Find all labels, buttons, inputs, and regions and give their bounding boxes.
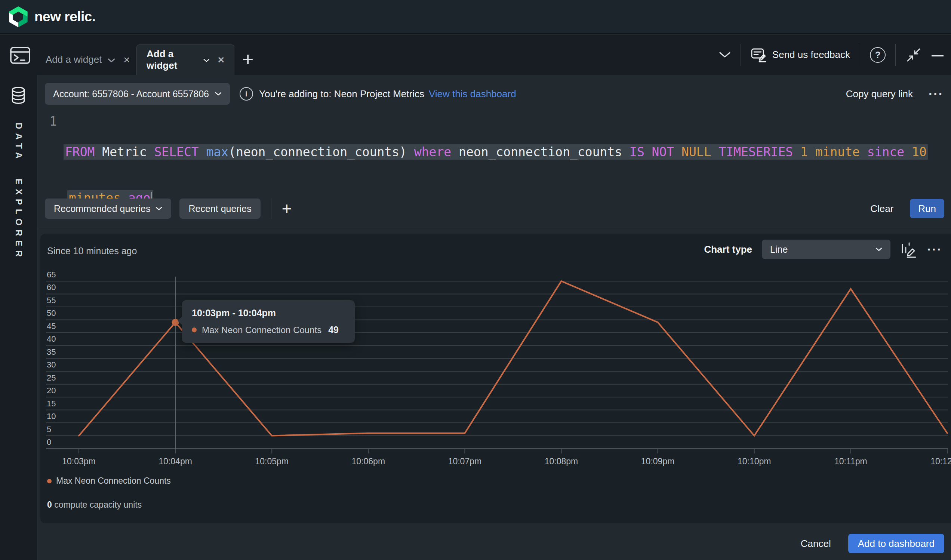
info-icon: i (240, 87, 253, 100)
recent-queries-button[interactable]: Recent queries (179, 198, 260, 219)
database-icon[interactable] (11, 87, 26, 104)
more-options-icon[interactable]: ··· (929, 87, 943, 101)
feedback-label: Send us feedback (772, 49, 850, 60)
legend-label: Max Neon Connection Counts (56, 476, 171, 486)
chart-tooltip: 10:03pm - 10:04pm Max Neon Connection Co… (182, 300, 355, 343)
tab-add-a-widget-1[interactable]: Add a widget × (36, 45, 140, 75)
tooltip-time-range: 10:03pm - 10:04pm (192, 308, 345, 318)
y-tick-label: 45 (47, 322, 56, 331)
query-console-icon[interactable] (9, 46, 31, 65)
x-tick-label: 10:09pm (641, 457, 675, 466)
adding-to-text: You're adding to: Neon Project Metrics (259, 88, 424, 100)
main-content: Account: 6557806 - Account 6557806 i You… (37, 75, 951, 560)
help-icon[interactable]: ? (870, 47, 886, 63)
line-number: 1 (44, 114, 57, 129)
query-token: where (414, 145, 451, 159)
run-button[interactable]: Run (910, 199, 944, 218)
divider (740, 44, 741, 66)
query-token: (neon_connection_counts) (228, 145, 414, 159)
account-selector[interactable]: Account: 6557806 - Account 6557806 (45, 83, 230, 105)
y-tick-label: 20 (47, 386, 56, 395)
query-token: 10 (912, 145, 927, 159)
query-token: 1 minute (800, 145, 860, 159)
query-token (199, 145, 206, 159)
tab-label: Add a widget (146, 48, 197, 71)
query-token: neon_connection_counts (451, 145, 629, 159)
tab-bar: Add a widget × Add a widget × + Send us … (0, 35, 951, 75)
x-tick-label: 10:10pm (737, 457, 771, 466)
recommended-queries-button[interactable]: Recommended queries (45, 198, 171, 219)
close-tab-icon[interactable]: × (123, 54, 130, 65)
y-tick-label: 25 (47, 373, 56, 382)
divider (37, 229, 951, 229)
chevron-down-icon (155, 207, 162, 211)
query-token: IS NOT (629, 145, 674, 159)
query-token: TIMESERIES (719, 145, 793, 159)
close-tab-icon[interactable]: × (218, 54, 224, 65)
tab-add-a-widget-2-active[interactable]: Add a widget × (137, 45, 234, 75)
chart-panel: Since 10 minutes ago Chart type Line ···… (40, 234, 951, 523)
add-query-button[interactable]: + (282, 202, 292, 216)
y-tick-label: 65 (47, 270, 56, 279)
tab-label: Add a widget (46, 54, 102, 65)
x-tick-label: 10:06pm (352, 457, 385, 466)
new-relic-logo-icon (8, 6, 28, 28)
query-token (674, 145, 682, 159)
cancel-button[interactable]: Cancel (801, 538, 831, 549)
query-token: FROM (65, 145, 95, 159)
y-tick-label: 50 (47, 308, 56, 318)
collapse-icon[interactable] (905, 47, 922, 63)
query-token (793, 145, 800, 159)
send-feedback-button[interactable]: Send us feedback (751, 48, 850, 62)
chevron-down-icon[interactable] (108, 58, 115, 63)
compute-capacity-note: 0 compute capacity units (47, 500, 142, 510)
x-tick-label: 10:04pm (158, 457, 192, 466)
legend-dot (47, 479, 52, 483)
y-tick-label: 60 (47, 283, 56, 292)
divider (860, 44, 860, 66)
y-tick-label: 0 (47, 437, 51, 447)
query-token (711, 145, 719, 159)
x-tick-label: 10:05pm (255, 457, 289, 466)
chart-plot[interactable]: 6560555045403530252015105010:03pm10:04pm… (40, 234, 951, 523)
chart-legend[interactable]: Max Neon Connection Counts (47, 476, 171, 486)
series-dot (192, 328, 197, 332)
account-row: Account: 6557806 - Account 6557806 i You… (45, 83, 943, 105)
data-explorer-label: DATA EXPLORER (14, 123, 24, 261)
query-token: Metric (95, 145, 154, 159)
tabbar-actions: Send us feedback ? (719, 35, 943, 75)
toolbar-right: Clear Run (870, 199, 944, 218)
query-token: since (867, 145, 904, 159)
chevron-down-icon[interactable] (203, 58, 210, 63)
view-dashboard-link[interactable]: View this dashboard (429, 88, 516, 100)
tooltip-series-label: Max Neon Connection Counts (202, 325, 322, 335)
query-token: max (206, 145, 229, 159)
compute-capacity-text: compute capacity units (52, 500, 142, 509)
y-tick-label: 30 (47, 360, 56, 369)
y-tick-label: 35 (47, 347, 56, 357)
query-token (904, 145, 912, 159)
query-toolbar: Recommended queries Recent queries + Cle… (45, 198, 944, 219)
divider (271, 198, 271, 219)
account-selector-label: Account: 6557806 - Account 6557806 (53, 89, 209, 100)
recommended-queries-label: Recommended queries (54, 203, 150, 214)
clear-button[interactable]: Clear (870, 203, 893, 215)
x-tick-label: 10:03pm (62, 457, 96, 466)
x-tick-label: 10:12pm (931, 457, 951, 466)
new-tab-button[interactable]: + (242, 50, 254, 69)
recent-queries-label: Recent queries (188, 203, 251, 214)
y-tick-label: 15 (47, 399, 56, 408)
chevron-down-icon[interactable] (719, 52, 731, 58)
y-tick-label: 40 (47, 334, 56, 343)
brand-name: new relic. (34, 9, 96, 25)
new-relic-logo: new relic. (8, 6, 96, 28)
nrql-query-editor[interactable]: 1 FROM Metric SELECT max(neon_connection… (37, 111, 951, 197)
minimize-icon[interactable] (931, 55, 943, 57)
x-tick-label: 10:08pm (545, 457, 578, 466)
add-to-dashboard-button[interactable]: Add to dashboard (848, 534, 944, 553)
copy-query-link[interactable]: Copy query link (846, 88, 913, 100)
compute-capacity-value: 0 (47, 500, 52, 509)
x-tick-label: 10:11pm (834, 457, 867, 466)
query-token (860, 145, 867, 159)
app-header: new relic. (0, 0, 951, 34)
